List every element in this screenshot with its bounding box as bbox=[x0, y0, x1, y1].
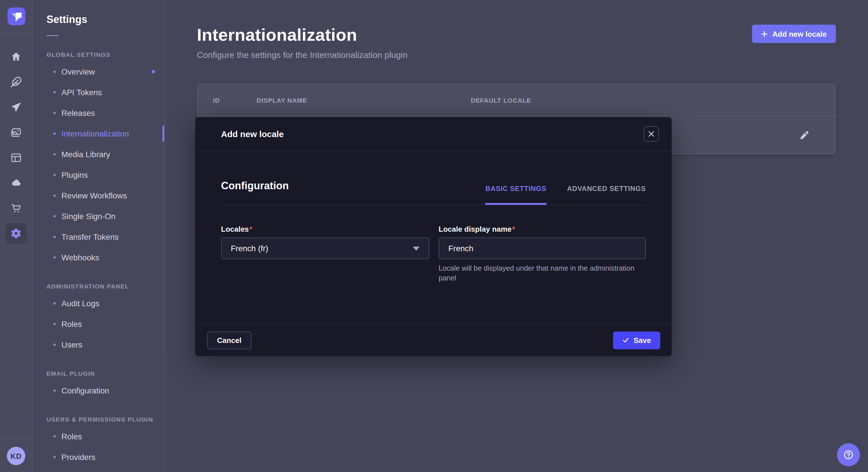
configuration-title: Configuration bbox=[221, 180, 289, 205]
sidebar-item-up-roles[interactable]: Roles bbox=[46, 426, 164, 447]
sidebar-item-label: Overview bbox=[61, 67, 95, 76]
check-icon bbox=[622, 337, 629, 343]
add-new-locale-modal: Add new locale Configuration BASIC SETTI… bbox=[195, 117, 672, 356]
rail-bottom-divider bbox=[0, 439, 32, 440]
bullet-icon bbox=[53, 133, 56, 135]
sidebar-item-label: Roles bbox=[61, 319, 82, 329]
column-header-id: ID bbox=[213, 97, 257, 103]
sidebar-item-audit-logs[interactable]: Audit Logs bbox=[46, 293, 164, 314]
add-new-locale-label: Add new locale bbox=[772, 30, 827, 38]
bullet-icon bbox=[53, 323, 56, 325]
tab-advanced-settings[interactable]: ADVANCED SETTINGS bbox=[567, 185, 646, 205]
sidebar-item-label: Roles bbox=[61, 432, 82, 441]
locales-select[interactable]: French (fr) bbox=[221, 237, 429, 259]
sidebar-item-releases[interactable]: Releases bbox=[46, 103, 164, 123]
bullet-icon bbox=[53, 112, 56, 114]
locales-field: Locales* French (fr) bbox=[221, 225, 429, 283]
user-avatar[interactable]: KD bbox=[7, 447, 25, 465]
app-screen: KD Settings GLOBAL SETTINGS Overview API… bbox=[0, 0, 868, 472]
sidebar-item-email-configuration[interactable]: Configuration bbox=[46, 380, 164, 401]
home-icon[interactable] bbox=[0, 44, 32, 69]
settings-gear-icon[interactable] bbox=[0, 221, 32, 246]
sidebar-item-label: Users bbox=[61, 340, 82, 349]
sidebar-title-underline bbox=[46, 35, 59, 36]
nav-rail: KD bbox=[0, 0, 33, 472]
media-library-icon[interactable] bbox=[0, 120, 32, 145]
page-title: Internationalization bbox=[197, 25, 836, 45]
section-email-plugin: EMAIL PLUGIN bbox=[46, 370, 164, 377]
help-button[interactable] bbox=[837, 443, 860, 466]
marketplace-cart-icon[interactable] bbox=[0, 196, 32, 221]
display-name-label-text: Locale display name bbox=[439, 225, 512, 233]
bullet-icon bbox=[53, 390, 56, 392]
bullet-icon bbox=[53, 236, 56, 238]
sidebar-item-admin-roles[interactable]: Roles bbox=[46, 314, 164, 334]
display-name-input[interactable] bbox=[439, 238, 645, 259]
sidebar-item-label: Audit Logs bbox=[61, 299, 99, 308]
display-name-label: Locale display name* bbox=[439, 225, 646, 233]
edit-locale-button[interactable] bbox=[796, 127, 812, 143]
strapi-logo[interactable] bbox=[7, 7, 25, 25]
bullet-icon bbox=[53, 91, 56, 94]
bullet-icon bbox=[53, 343, 56, 346]
bullet-icon bbox=[53, 215, 56, 217]
sidebar-item-label: Webhooks bbox=[61, 253, 99, 262]
rail-icons bbox=[0, 33, 32, 246]
sidebar-item-label: Single Sign-On bbox=[61, 212, 115, 221]
sidebar-item-label: Providers bbox=[61, 452, 95, 462]
bullet-icon bbox=[53, 256, 56, 259]
sidebar-item-transfer-tokens[interactable]: Transfer Tokens bbox=[46, 227, 164, 247]
bullet-icon bbox=[53, 153, 56, 156]
sidebar-item-plugins[interactable]: Plugins bbox=[46, 165, 164, 185]
send-plane-icon[interactable] bbox=[0, 95, 32, 120]
settings-tabs: BASIC SETTINGS ADVANCED SETTINGS bbox=[485, 185, 646, 205]
sidebar-item-label: Plugins bbox=[61, 170, 88, 179]
sidebar-item-label: Internationalization bbox=[61, 129, 129, 138]
section-administration-panel: ADMINISTRATION PANEL bbox=[46, 283, 164, 290]
sidebar-item-internationalization[interactable]: Internationalization bbox=[46, 123, 164, 144]
column-header-default-locale: DEFAULT LOCALE bbox=[471, 97, 820, 103]
display-name-input-wrap bbox=[439, 237, 646, 259]
sidebar-item-label: API Tokens bbox=[61, 88, 102, 97]
sidebar-item-single-sign-on[interactable]: Single Sign-On bbox=[46, 206, 164, 227]
chevron-down-icon bbox=[413, 246, 420, 250]
required-asterisk: * bbox=[512, 225, 515, 233]
modal-body: Configuration BASIC SETTINGS ADVANCED SE… bbox=[195, 180, 672, 283]
section-users-permissions-plugin: USERS & PERMISSIONS PLUGIN bbox=[46, 416, 164, 423]
save-button[interactable]: Save bbox=[613, 331, 660, 349]
sidebar-item-label: Releases bbox=[61, 108, 95, 117]
sidebar-item-up-providers[interactable]: Providers bbox=[46, 447, 164, 467]
content-type-builder-layout-icon[interactable] bbox=[0, 145, 32, 170]
close-icon bbox=[648, 131, 654, 137]
tab-basic-settings[interactable]: BASIC SETTINGS bbox=[485, 185, 547, 205]
sidebar-item-review-workflows[interactable]: Review Workflows bbox=[46, 185, 164, 206]
modal-footer: Cancel Save bbox=[195, 324, 672, 356]
bullet-icon bbox=[53, 71, 56, 73]
content-manager-feather-icon[interactable] bbox=[0, 69, 32, 95]
required-asterisk: * bbox=[249, 225, 252, 233]
add-new-locale-button[interactable]: Add new locale bbox=[752, 25, 836, 43]
sidebar-item-webhooks[interactable]: Webhooks bbox=[46, 247, 164, 268]
bullet-icon bbox=[53, 435, 56, 438]
sidebar-item-admin-users[interactable]: Users bbox=[46, 334, 164, 355]
cloud-icon[interactable] bbox=[0, 170, 32, 196]
sidebar-item-media-library[interactable]: Media Library bbox=[46, 144, 164, 165]
bullet-icon bbox=[53, 302, 56, 305]
bullet-icon bbox=[53, 456, 56, 458]
sidebar-item-api-tokens[interactable]: API Tokens bbox=[46, 82, 164, 103]
modal-close-button[interactable] bbox=[644, 126, 659, 142]
help-question-icon bbox=[843, 449, 854, 461]
modal-title: Add new locale bbox=[221, 129, 284, 139]
bullet-icon bbox=[53, 174, 56, 176]
cancel-button[interactable]: Cancel bbox=[207, 331, 251, 349]
sidebar-item-overview[interactable]: Overview bbox=[46, 61, 164, 82]
column-header-display-name: DISPLAY NAME bbox=[257, 97, 471, 103]
save-button-label: Save bbox=[633, 336, 651, 344]
modal-header: Add new locale bbox=[195, 117, 672, 151]
display-name-field: Locale display name* Locale will be disp… bbox=[439, 225, 646, 283]
sidebar-item-label: Configuration bbox=[61, 386, 110, 395]
settings-sidebar: Settings GLOBAL SETTINGS Overview API To… bbox=[33, 0, 165, 472]
bullet-icon bbox=[53, 194, 56, 197]
page-subtitle: Configure the settings for the Internati… bbox=[197, 50, 836, 60]
plus-icon bbox=[762, 31, 768, 37]
